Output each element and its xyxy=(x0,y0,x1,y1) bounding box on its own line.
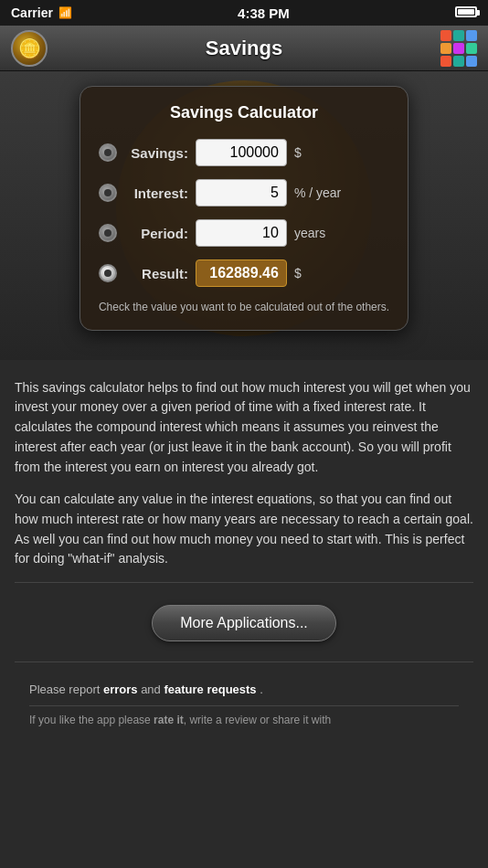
grid-cell-6 xyxy=(466,43,477,54)
savings-radio[interactable] xyxy=(99,143,117,162)
errors-label: errors xyxy=(103,683,138,696)
period: . xyxy=(260,683,263,696)
description-para1: This savings calculator helps to find ou… xyxy=(15,378,473,477)
interest-radio[interactable] xyxy=(99,184,117,202)
period-input[interactable] xyxy=(196,219,287,247)
grid-cell-7 xyxy=(440,56,451,67)
grid-cell-3 xyxy=(466,30,477,41)
time-label: 4:38 PM xyxy=(238,5,290,21)
savings-radio-inner xyxy=(104,149,111,156)
result-input[interactable] xyxy=(196,259,287,287)
divider-2 xyxy=(15,662,473,662)
result-radio[interactable] xyxy=(99,264,117,282)
grid-cell-9 xyxy=(466,56,477,67)
grid-icon[interactable] xyxy=(440,30,477,67)
calculator-hint: Check the value you want to be calculate… xyxy=(99,300,389,315)
main-content: Savings Calculator Savings: $ Interest: … xyxy=(0,71,488,360)
interest-input[interactable] xyxy=(196,179,287,206)
interest-unit: % / year xyxy=(294,185,349,200)
coin-background-area: Savings Calculator Savings: $ Interest: … xyxy=(15,86,473,331)
savings-input[interactable] xyxy=(196,139,287,166)
savings-row: Savings: $ xyxy=(99,139,389,166)
carrier-label: Carrier xyxy=(11,5,53,20)
period-unit: years xyxy=(294,226,349,240)
savings-label: Savings: xyxy=(124,145,188,161)
description-para2: You can calculate any value in the inter… xyxy=(15,490,473,569)
grid-cell-2 xyxy=(453,30,464,41)
period-label: Period: xyxy=(124,226,188,241)
more-apps-container: More Applications... xyxy=(15,590,473,654)
page-title: Savings xyxy=(48,37,440,60)
and-text: and xyxy=(141,683,164,696)
interest-radio-inner xyxy=(104,189,111,196)
calculator-title: Savings Calculator xyxy=(99,103,389,122)
savings-unit: $ xyxy=(294,145,349,160)
result-unit: $ xyxy=(294,266,349,281)
grid-cell-5 xyxy=(453,43,464,54)
calculator-card: Savings Calculator Savings: $ Interest: … xyxy=(80,86,408,331)
interest-label: Interest: xyxy=(124,185,188,201)
wifi-icon: 📶 xyxy=(58,6,72,19)
status-left: Carrier 📶 xyxy=(11,5,72,20)
result-radio-inner xyxy=(104,270,111,277)
result-row: Result: $ xyxy=(99,259,389,287)
status-bar: Carrier 📶 4:38 PM xyxy=(0,0,488,26)
interest-row: Interest: % / year xyxy=(99,179,389,206)
more-apps-button[interactable]: More Applications... xyxy=(152,605,336,641)
report-prefix: Please report xyxy=(29,683,103,696)
battery-fill xyxy=(458,9,474,15)
battery-container xyxy=(455,5,477,20)
period-radio[interactable] xyxy=(99,224,117,242)
period-row: Period: years xyxy=(99,219,389,247)
app-header: 🪙 Savings xyxy=(0,26,488,71)
app-logo: 🪙 xyxy=(11,30,48,67)
grid-cell-4 xyxy=(440,43,451,54)
battery-icon xyxy=(455,6,477,17)
footer-report-text: Please report errors and feature request… xyxy=(29,681,459,699)
result-label: Result: xyxy=(124,266,188,281)
divider-1 xyxy=(15,582,473,583)
footer-rate-text: If you like the app please rate it, writ… xyxy=(29,705,459,726)
feature-label: feature requests xyxy=(164,683,256,696)
grid-cell-1 xyxy=(440,30,451,41)
period-radio-inner xyxy=(104,229,111,237)
description-area: This savings calculator helps to find ou… xyxy=(0,360,488,749)
grid-cell-8 xyxy=(453,56,464,67)
footer-area: Please report errors and feature request… xyxy=(15,670,473,738)
